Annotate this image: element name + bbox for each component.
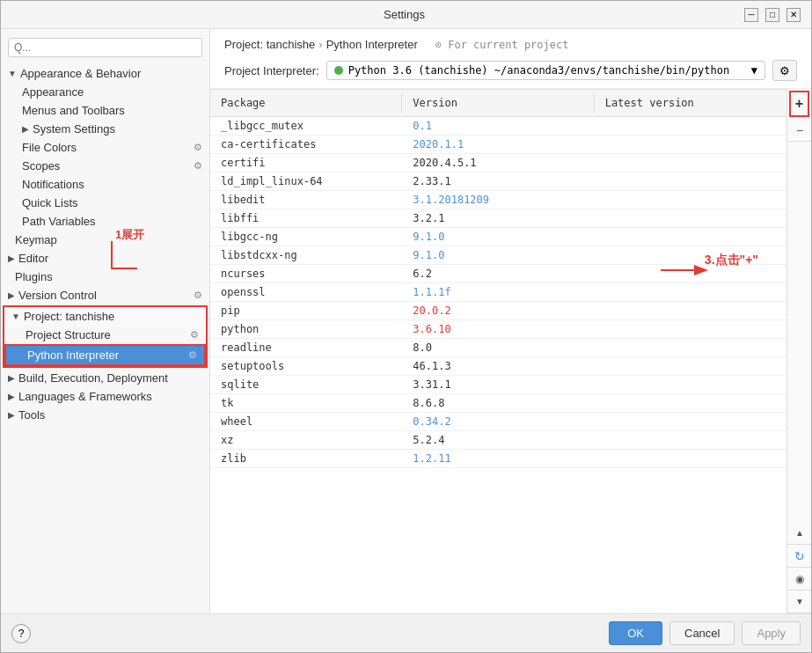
scroll-up-button[interactable]: ▲ [787, 522, 811, 545]
table-row[interactable]: ca-certificates 2020.1.1 [210, 136, 786, 154]
package-latest [595, 228, 786, 246]
table-row[interactable]: _libgcc_mutex 0.1 [210, 117, 786, 136]
ok-button[interactable]: OK [609, 621, 662, 645]
sidebar-item-menus-toolbars[interactable]: Menus and Toolbars [1, 101, 209, 120]
package-name: readline [210, 339, 402, 356]
package-version: 2020.1.1 [402, 136, 594, 153]
table-row[interactable]: libgcc-ng 9.1.0 [210, 228, 786, 246]
tools-arrow [8, 410, 15, 420]
sidebar-item-keymap[interactable]: Keymap [1, 231, 209, 249]
sidebar-group-editor[interactable]: Editor [1, 249, 209, 268]
col-header-version: Version [402, 93, 594, 113]
interpreter-gear-button[interactable]: ⚙ [772, 60, 797, 81]
cancel-button[interactable]: Cancel [669, 621, 735, 645]
table-row[interactable]: ncurses 6.2 [210, 265, 786, 283]
breadcrumb-project: Project: tanchishe [224, 38, 315, 51]
table-row[interactable]: setuptools 46.1.3 [210, 357, 786, 376]
package-latest [595, 117, 786, 135]
sidebar-item-python-interpreter[interactable]: Python Interpreter ⚙ [4, 344, 206, 366]
package-version: 3.31.1 [402, 376, 594, 393]
add-package-button[interactable]: + [791, 92, 808, 115]
package-name: libstdcxx-ng [210, 246, 402, 264]
package-name: zlib [210, 450, 402, 467]
help-button[interactable]: ? [11, 624, 31, 643]
apply-button[interactable]: Apply [742, 621, 801, 645]
package-name: ld_impl_linux-64 [210, 172, 402, 190]
package-name: python [210, 320, 402, 338]
minimize-button[interactable]: ─ [744, 8, 758, 22]
package-version: 8.0 [402, 339, 594, 356]
sidebar-group-languages[interactable]: Languages & Frameworks [1, 387, 209, 406]
sidebar-item-scopes[interactable]: Scopes ⚙ [1, 157, 209, 175]
table-row[interactable]: pip 20.0.2 [210, 302, 786, 320]
search-input[interactable] [8, 38, 202, 57]
table-row[interactable]: xz 5.2.4 [210, 431, 786, 450]
sidebar: Appearance & Behavior Appearance Menus a… [1, 29, 210, 613]
table-row[interactable]: certifi 2020.4.5.1 [210, 154, 786, 172]
table-row[interactable]: libstdcxx-ng 9.1.0 [210, 246, 786, 265]
package-latest [595, 413, 786, 430]
table-row[interactable]: python 3.6.10 [210, 320, 786, 339]
col-header-package: Package [210, 93, 402, 113]
package-name: sqlite [210, 376, 402, 393]
package-latest [595, 209, 786, 227]
scroll-down-button[interactable]: ▼ [787, 591, 811, 613]
table-row[interactable]: tk 8.6.8 [210, 394, 786, 413]
side-buttons: + − ▲ ↻ ◉ ▼ [786, 89, 811, 613]
sidebar-group-version-control[interactable]: Version Control ⚙ [1, 286, 209, 304]
settings-window: Settings ─ □ ✕ Appearance & Behavior App… [0, 0, 812, 653]
sidebar-item-file-colors[interactable]: File Colors ⚙ [1, 138, 209, 157]
table-row[interactable]: wheel 0.34.2 [210, 413, 786, 431]
package-version: 5.2.4 [402, 431, 594, 449]
refresh-button[interactable]: ↻ [787, 545, 811, 568]
footer-buttons: OK Cancel Apply [609, 621, 801, 645]
eye-button[interactable]: ◉ [787, 568, 811, 591]
package-version: 1.1.1f [402, 283, 594, 301]
sidebar-group-build[interactable]: Build, Execution, Deployment [1, 369, 209, 387]
package-version: 0.1 [402, 117, 594, 135]
table-row[interactable]: readline 8.0 [210, 339, 786, 357]
table-row[interactable]: openssl 1.1.1f [210, 283, 786, 302]
title-bar: Settings ─ □ ✕ [1, 1, 811, 29]
window-title: Settings [64, 8, 744, 21]
breadcrumb-separator: › [318, 38, 322, 51]
sidebar-item-appearance[interactable]: Appearance [1, 83, 209, 101]
sidebar-item-project-structure[interactable]: Project Structure ⚙ [4, 326, 206, 344]
package-version: 2.33.1 [402, 172, 594, 190]
package-latest [595, 431, 786, 449]
table-area: Package Version Latest version _libgcc_m… [210, 89, 811, 613]
search-box[interactable] [8, 38, 202, 57]
package-latest [595, 154, 786, 172]
restore-button[interactable]: □ [765, 8, 779, 22]
breadcrumb-interpreter: Python Interpreter [326, 38, 418, 51]
package-version: 46.1.3 [402, 357, 594, 375]
sidebar-group-system-settings[interactable]: System Settings [1, 120, 209, 138]
close-button[interactable]: ✕ [786, 8, 801, 22]
package-name: ncurses [210, 265, 402, 282]
table-row[interactable]: zlib 1.2.11 [210, 450, 786, 468]
interpreter-select[interactable]: Python 3.6 (tanchishe) ~/anaconda3/envs/… [326, 61, 765, 80]
remove-package-button[interactable]: − [787, 119, 811, 142]
sidebar-item-plugins[interactable]: Plugins [1, 268, 209, 286]
main-header: Project: tanchishe › Python Interpreter … [210, 29, 811, 89]
table-row[interactable]: libffi 3.2.1 [210, 209, 786, 228]
table-row[interactable]: sqlite 3.31.1 [210, 376, 786, 394]
package-version: 9.1.0 [402, 228, 594, 246]
editor-arrow [8, 253, 15, 263]
content-area: Appearance & Behavior Appearance Menus a… [1, 29, 811, 613]
sidebar-item-quick-lists[interactable]: Quick Lists [1, 194, 209, 212]
sidebar-group-tools[interactable]: Tools [1, 406, 209, 424]
package-name: _libgcc_mutex [210, 117, 402, 135]
package-version: 1.2.11 [402, 450, 594, 467]
sidebar-item-path-variables[interactable]: Path Variables [1, 212, 209, 231]
project-structure-icon: ⚙ [190, 329, 199, 341]
sidebar-group-appearance-behavior[interactable]: Appearance & Behavior [1, 64, 209, 83]
package-latest [595, 450, 786, 467]
table-row[interactable]: libedit 3.1.20181209 [210, 191, 786, 209]
table-header: Package Version Latest version [210, 90, 786, 117]
sidebar-item-notifications[interactable]: Notifications [1, 175, 209, 194]
package-version: 3.6.10 [402, 320, 594, 338]
project-arrow [11, 312, 20, 321]
table-row[interactable]: ld_impl_linux-64 2.33.1 [210, 172, 786, 191]
sidebar-group-project[interactable]: Project: tanchishe [4, 307, 206, 326]
